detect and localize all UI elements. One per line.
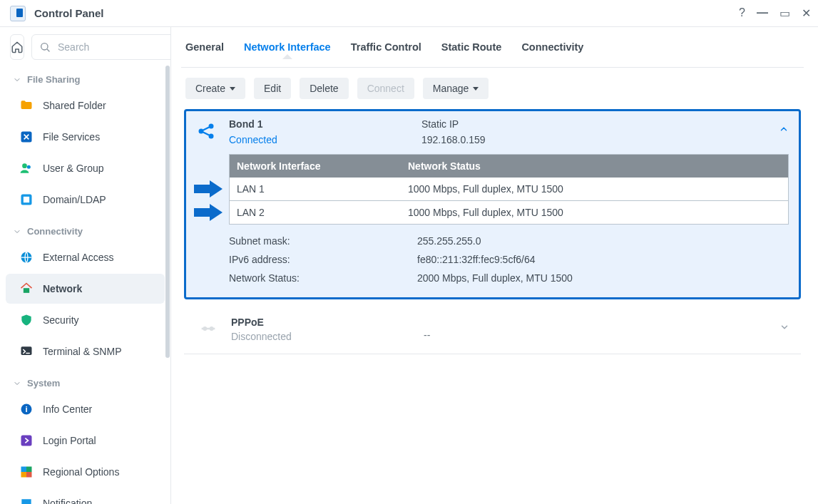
cell-iface: LAN 2: [230, 201, 401, 224]
globe-icon: [19, 250, 34, 265]
main-content: General Network Interface Traffic Contro…: [171, 27, 818, 504]
toolbar: Create Edit Delete Connect Manage: [181, 68, 804, 109]
tab-static-route[interactable]: Static Route: [441, 41, 502, 58]
pppoe-status: Disconnected: [231, 331, 424, 342]
chevron-up-icon: [13, 76, 21, 84]
svg-point-17: [209, 124, 214, 129]
svg-rect-7: [24, 288, 29, 293]
sidebar-item-external-access[interactable]: External Access: [6, 242, 165, 272]
search-input[interactable]: [56, 41, 171, 53]
sidebar-item-label: External Access: [43, 252, 114, 263]
detail-val-ipv6: fe80::211:32ff:fec9:5cf6/64: [417, 254, 536, 265]
sidebar-item-label: Domain/LDAP: [43, 194, 106, 205]
sidebar-item-info-center[interactable]: i Info Center: [6, 394, 165, 424]
manage-button[interactable]: Manage: [423, 78, 489, 99]
section-file-sharing[interactable]: File Sharing: [0, 64, 170, 89]
table-row[interactable]: LAN 2 1000 Mbps, Full duplex, MTU 1500: [230, 201, 788, 225]
chevron-up-icon: [779, 124, 789, 134]
svg-point-16: [199, 129, 204, 134]
section-label: Connectivity: [27, 226, 83, 237]
sidebar-item-regional-options[interactable]: Regional Options: [6, 457, 165, 487]
section-system[interactable]: System: [0, 368, 170, 393]
table-row[interactable]: LAN 1 1000 Mbps, Full duplex, MTU 1500: [230, 178, 788, 201]
edit-button[interactable]: Edit: [254, 78, 291, 99]
connect-button[interactable]: Connect: [357, 78, 414, 99]
home-icon: [11, 41, 24, 53]
close-icon[interactable]: ✕: [802, 6, 811, 20]
svg-point-3: [27, 165, 31, 169]
domain-icon: [19, 192, 34, 207]
sidebar-item-login-portal[interactable]: Login Portal: [6, 426, 165, 456]
users-icon: [19, 160, 34, 176]
tab-network-interface[interactable]: Network Interface: [244, 41, 331, 58]
cell-iface: LAN 1: [230, 178, 401, 200]
arrow-annotation-icon: [193, 179, 224, 201]
tab-general[interactable]: General: [185, 41, 224, 58]
sidebar-item-notification[interactable]: Notification: [6, 488, 165, 504]
bond-ip-mode: Static IP: [421, 118, 787, 130]
detail-val-netstat: 2000 Mbps, Full duplex, MTU 1500: [417, 272, 573, 284]
info-icon: i: [19, 401, 34, 417]
svg-point-2: [22, 163, 27, 168]
svg-point-18: [209, 134, 214, 139]
section-label: System: [27, 378, 60, 389]
bond-details: Subnet mask: 255.255.255.0 IPv6 address:…: [229, 232, 789, 287]
sidebar: File Sharing Shared Folder File Services…: [0, 27, 171, 504]
chevron-down-icon: [230, 87, 235, 91]
collapse-button[interactable]: [779, 124, 789, 136]
sidebar-item-label: Network: [43, 283, 82, 294]
sidebar-item-label: File Services: [43, 131, 100, 143]
sidebar-item-label: Login Portal: [43, 435, 96, 446]
detail-key-subnet: Subnet mask:: [229, 235, 417, 247]
sidebar-item-network[interactable]: Network: [6, 274, 165, 304]
arrow-annotation-icon: [193, 202, 224, 225]
sidebar-item-label: User & Group: [43, 163, 104, 174]
pppoe-title: PPPoE: [231, 317, 424, 328]
cell-status: 1000 Mbps, Full duplex, MTU 1500: [401, 178, 788, 200]
home-button[interactable]: [10, 34, 24, 60]
chevron-up-icon: [13, 379, 21, 388]
sidebar-item-security[interactable]: Security: [6, 305, 165, 335]
sidebar-item-label: Terminal & SNMP: [43, 346, 121, 357]
chat-icon: [19, 495, 34, 504]
sidebar-scrollbar[interactable]: [165, 66, 170, 358]
sidebar-item-shared-folder[interactable]: Shared Folder: [6, 91, 165, 120]
cell-status: 1000 Mbps, Full duplex, MTU 1500: [401, 201, 788, 224]
interface-table: Network Interface Network Status LAN 1 1…: [229, 154, 789, 225]
help-icon[interactable]: ?: [739, 6, 745, 20]
sidebar-item-terminal-snmp[interactable]: Terminal & SNMP: [6, 336, 165, 366]
shield-icon: [19, 312, 34, 328]
svg-rect-5: [24, 197, 29, 202]
sidebar-item-label: Notification: [43, 498, 92, 504]
tabs: General Network Interface Traffic Contro…: [181, 27, 804, 68]
delete-button[interactable]: Delete: [300, 78, 348, 99]
sidebar-item-user-group[interactable]: User & Group: [6, 153, 165, 183]
sidebar-item-domain-ldap[interactable]: Domain/LDAP: [6, 185, 165, 215]
tab-connectivity[interactable]: Connectivity: [521, 41, 583, 58]
bond-card[interactable]: Bond 1 Connected Static IP 192.168.0.159…: [184, 109, 801, 299]
svg-rect-13: [26, 467, 32, 473]
login-portal-icon: [19, 433, 34, 448]
titlebar: Control Panel ? — ▭ ✕: [0, 0, 818, 27]
file-services-icon: [19, 129, 34, 145]
pppoe-row[interactable]: PPPoE Disconnected --: [184, 309, 801, 354]
maximize-icon[interactable]: ▭: [779, 6, 790, 20]
network-icon: [19, 281, 34, 297]
section-connectivity[interactable]: Connectivity: [0, 216, 170, 241]
regional-icon: [19, 464, 34, 480]
bond-ip: 192.168.0.159: [421, 134, 787, 145]
window-title: Control Panel: [34, 7, 104, 19]
sidebar-item-file-services[interactable]: File Services: [6, 122, 165, 152]
section-label: File Sharing: [27, 74, 80, 85]
th-network-interface: Network Interface: [230, 155, 401, 178]
search-box[interactable]: [31, 34, 171, 60]
svg-rect-12: [21, 467, 27, 473]
minimize-icon[interactable]: —: [757, 6, 768, 20]
detail-val-subnet: 255.255.255.0: [417, 235, 481, 247]
expand-button[interactable]: [779, 322, 789, 334]
chevron-down-icon: [779, 322, 789, 332]
tab-traffic-control[interactable]: Traffic Control: [351, 41, 421, 58]
create-button[interactable]: Create: [185, 78, 245, 99]
pppoe-icon: [198, 319, 218, 341]
svg-point-0: [41, 43, 48, 50]
